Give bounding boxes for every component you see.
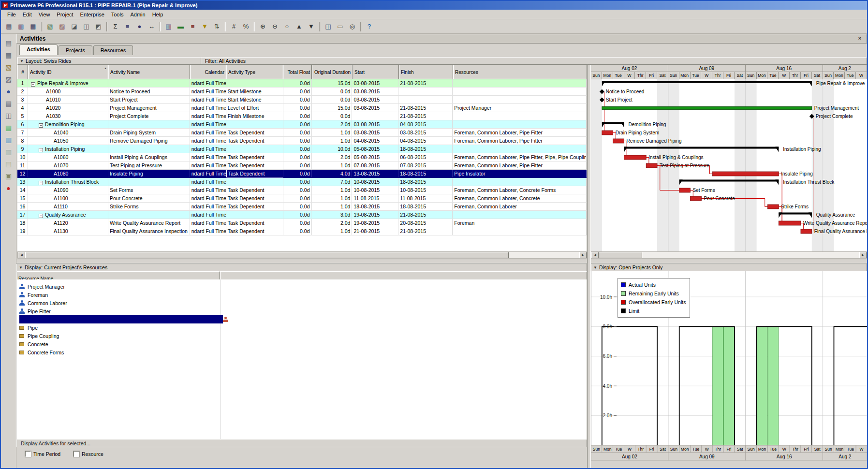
resource-item-project-manager[interactable]: Project Manager — [16, 282, 587, 291]
gantt-day-cell[interactable]: Fri — [646, 72, 657, 79]
resource-item-pipe-coupling[interactable]: Pipe Coupling — [16, 332, 587, 340]
table-row-installation-piping[interactable]: 9−Installation Pipingndard Full Time0.0d… — [17, 145, 587, 153]
gantt-day-cell[interactable]: W — [856, 72, 867, 79]
gantt-day-cell[interactable]: Fri — [801, 72, 812, 79]
activity-id-cell[interactable]: A1040 — [28, 129, 108, 136]
time-period-checkbox[interactable] — [25, 451, 31, 457]
task-bar-insulate-piping[interactable] — [712, 172, 779, 176]
resource-item-pipe-insulator[interactable]: Pipe Insulator — [16, 315, 587, 323]
gantt-day-cell[interactable]: Tue — [613, 72, 624, 79]
activity-id-cell[interactable]: A1070 — [28, 161, 108, 169]
horizontal-splitter[interactable] — [16, 259, 867, 264]
menu-enterprise[interactable]: Enterprise — [77, 11, 108, 18]
task-bar-install-piping-couplings[interactable] — [624, 155, 647, 160]
collapse-box-icon[interactable]: − — [39, 123, 43, 128]
activity-id-cell[interactable]: A1080 — [28, 170, 108, 177]
gantt-week-aug-02[interactable]: Aug 02 — [591, 65, 668, 72]
activity-id-cell[interactable]: A1090 — [28, 186, 108, 194]
notebook-button[interactable]: ▭ — [335, 21, 346, 32]
table-row-installation-thrust-block[interactable]: 13−Installation Thrust Blockndard Full T… — [17, 178, 587, 186]
column-header-calendar[interactable]: Calendar — [190, 65, 226, 79]
columns-button[interactable]: ▥ — [163, 21, 174, 32]
gantt-timescale-header[interactable]: Aug 02Aug 09Aug 16Aug 2SunMonTueWThrFriS… — [591, 65, 867, 79]
wbs-name-cell[interactable]: −Demolition Piping — [28, 120, 108, 128]
paste-button[interactable]: ◩ — [93, 21, 104, 32]
gantt-day-cell[interactable]: Thr — [635, 72, 646, 79]
table-row-a1050[interactable]: 8A1050Remove Damaged Pipingndard Full Ti… — [17, 137, 587, 145]
gantt-day-cell[interactable]: Sat — [657, 72, 668, 79]
record-icon[interactable]: ● — [3, 183, 14, 193]
activity-id-cell[interactable]: A1010 — [28, 96, 108, 103]
collapse-all-button[interactable]: ▲ — [294, 21, 305, 32]
zoom-out-button[interactable]: ⊖ — [269, 21, 280, 32]
copy-button[interactable]: ◫ — [81, 21, 92, 32]
menu-project[interactable]: Project — [53, 11, 76, 18]
histogram-panel-header[interactable]: ▼ Display: Open Projects Only — [591, 264, 867, 271]
task-bar-pour-concrete[interactable] — [691, 196, 702, 201]
table-row-a1000[interactable]: 2A1000Notice to Proceedndard Full TimeSt… — [17, 88, 587, 96]
assign-resource-button[interactable]: ● — [134, 21, 145, 32]
assignments-icon[interactable]: ▨ — [3, 74, 14, 85]
zoom-fit-button[interactable]: ○ — [281, 21, 293, 32]
issues-icon[interactable]: ▥ — [3, 147, 14, 157]
table-row-a1020[interactable]: 4A1020Project Managementndard Full TimeL… — [17, 104, 587, 112]
tab-activities[interactable]: Activities — [19, 44, 58, 55]
activity-id-cell[interactable]: A1030 — [28, 112, 108, 120]
menu-file[interactable]: File — [4, 11, 19, 18]
resource-item-pipe-fitter[interactable]: Pipe Fitter — [16, 307, 587, 315]
column-header-activity-name[interactable]: Activity Name — [108, 65, 190, 79]
resources-panel-header[interactable]: ▼ Display: Current Project's Resources — [16, 264, 587, 271]
options-gear-button[interactable]: ◎ — [347, 21, 358, 32]
sort-button[interactable]: ⇅ — [211, 21, 222, 32]
resources-icon[interactable]: ● — [3, 86, 14, 97]
column-header-[interactable]: # — [17, 65, 28, 79]
table-row-a1060[interactable]: 10A1060Install Piping & Couplingsndard F… — [17, 153, 587, 161]
gantt-day-cell[interactable]: Fri — [723, 72, 735, 79]
help-button[interactable]: ? — [364, 21, 375, 32]
level-resources-button[interactable]: ≡ — [122, 21, 133, 32]
resource-item-pipe[interactable]: Pipe — [16, 323, 587, 332]
layout-options-bar[interactable]: ▼ Layout: Swiss Rides Filter: All Activi… — [17, 57, 867, 65]
gantt-day-cell[interactable]: Sat — [735, 72, 746, 79]
gantt-day-cell[interactable]: Tue — [691, 72, 702, 79]
gantt-day-cell[interactable]: Mon — [757, 72, 768, 79]
tab-resources[interactable]: Resources — [93, 45, 133, 55]
split-view-button[interactable]: ◫ — [323, 21, 334, 32]
progress-button[interactable]: % — [240, 21, 251, 32]
expand-all-button[interactable]: ▼ — [306, 21, 317, 32]
gantt-day-cell[interactable]: Sun — [668, 72, 679, 79]
menu-admin[interactable]: Admin — [127, 11, 148, 18]
gantt-day-cell[interactable]: Sun — [746, 72, 757, 79]
gantt-horizontal-scrollbar[interactable]: ◄ ► — [591, 251, 867, 259]
table-row-quality-assurance[interactable]: 17−Quality Assurancendard Full Time0.0d3… — [17, 211, 587, 219]
gantt-week-aug-2[interactable]: Aug 2 — [823, 65, 867, 72]
print-button[interactable]: ▤ — [3, 21, 15, 32]
projects-icon[interactable]: ▤ — [3, 38, 14, 48]
loe-bar-project-management[interactable] — [602, 107, 812, 110]
resource-item-concrete[interactable]: Concrete — [16, 340, 587, 348]
menu-edit[interactable]: Edit — [19, 11, 35, 18]
gantt-day-cell[interactable]: Tue — [767, 72, 779, 79]
gantt-scrollbar-thumb[interactable] — [599, 252, 642, 258]
activity-id-cell[interactable]: A1120 — [28, 219, 108, 227]
activity-id-cell[interactable]: A1130 — [28, 227, 108, 235]
reports-icon[interactable]: ▤ — [3, 98, 14, 109]
table-row-a1100[interactable]: 15A1100Pour Concretendard Full TimeTask … — [17, 194, 587, 203]
wbs-name-cell[interactable]: −Quality Assurance — [28, 211, 108, 219]
bars-button[interactable]: ▬ — [175, 21, 186, 32]
collapse-box-icon[interactable]: − — [39, 181, 43, 185]
scroll-right-icon[interactable]: ► — [859, 252, 867, 258]
table-row-a1130[interactable]: 19A1130Final Quality Assurance Inspectio… — [17, 227, 587, 235]
schedule-button[interactable]: Σ — [110, 21, 121, 32]
gantt-day-cell[interactable]: Sun — [823, 72, 834, 79]
activity-id-cell[interactable]: A1000 — [28, 88, 108, 95]
activity-id-cell[interactable]: A1100 — [28, 194, 108, 202]
filter-label[interactable]: Filter: All Activities — [201, 58, 246, 64]
table-horizontal-scrollbar[interactable]: ◄ ► — [17, 251, 587, 259]
gantt-day-cell[interactable]: Mon — [602, 72, 613, 79]
table-row-a1090[interactable]: 14A1090Set Formsndard Full TimeTask Depe… — [17, 186, 587, 194]
gantt-day-cell[interactable]: Sun — [591, 72, 602, 79]
activity-id-cell[interactable]: A1050 — [28, 137, 108, 145]
resource-item-foreman[interactable]: Foreman — [16, 291, 587, 299]
scroll-right-icon[interactable]: ► — [579, 252, 587, 258]
